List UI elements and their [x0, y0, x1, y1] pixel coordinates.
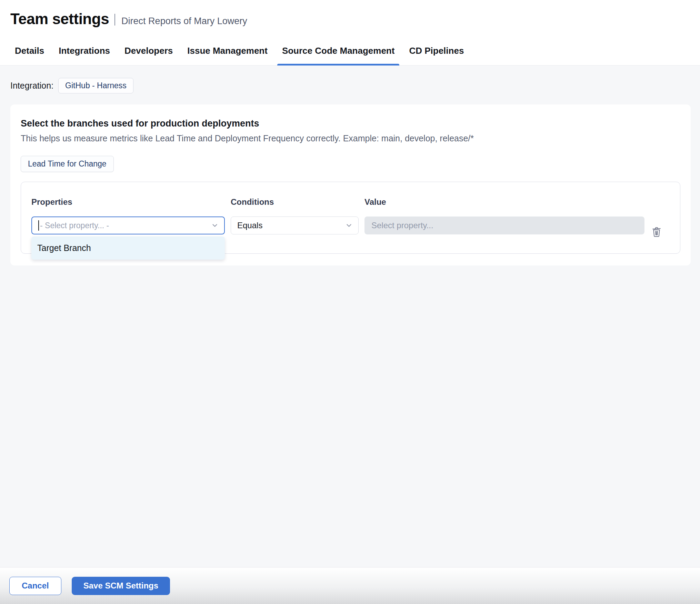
- conditions-column: Conditions Equals: [231, 198, 359, 234]
- integration-chip[interactable]: GitHub - Harness: [58, 78, 133, 93]
- tab-source-code-management[interactable]: Source Code Management: [282, 46, 395, 65]
- card-heading: Select the branches used for production …: [21, 118, 680, 129]
- page-title: Team settings: [10, 10, 109, 28]
- integration-label: Integration:: [10, 81, 53, 91]
- branch-filter-panel: Properties - Select property... - Target…: [21, 182, 680, 254]
- scm-settings-card: Select the branches used for production …: [10, 104, 691, 265]
- value-header: Value: [364, 198, 644, 206]
- card-description: This helps us measure metrics like Lead …: [21, 133, 680, 143]
- page-subtitle: Direct Reports of Mary Lowery: [121, 16, 247, 27]
- value-column: Value: [364, 198, 644, 234]
- properties-header: Properties: [31, 198, 225, 206]
- tab-details[interactable]: Details: [15, 46, 44, 65]
- properties-column: Properties - Select property... - Target…: [31, 198, 225, 234]
- chevron-down-icon: [211, 222, 219, 229]
- condition-select[interactable]: Equals: [231, 217, 359, 234]
- conditions-header: Conditions: [231, 198, 359, 206]
- title-row: Team settings Direct Reports of Mary Low…: [0, 0, 700, 28]
- dropdown-option-target-branch[interactable]: Target Branch: [31, 238, 225, 259]
- condition-selected-value: Equals: [237, 221, 262, 230]
- tab-developers[interactable]: Developers: [124, 46, 173, 65]
- property-dropdown-menu: Target Branch: [31, 236, 225, 260]
- title-divider: [114, 14, 115, 26]
- text-cursor: [38, 220, 39, 231]
- page-header: Team settings Direct Reports of Mary Low…: [0, 0, 700, 66]
- property-select[interactable]: - Select property... -: [31, 217, 225, 234]
- footer-bar: Cancel Save SCM Settings: [0, 567, 700, 604]
- tab-cd-pipelines[interactable]: CD Pipelines: [409, 46, 464, 65]
- tab-issue-management[interactable]: Issue Management: [187, 46, 268, 65]
- property-select-placeholder: - Select property... -: [40, 221, 109, 230]
- row-actions-column: [650, 198, 670, 240]
- trash-icon: [652, 227, 661, 237]
- property-select-wrap: - Select property... - Target Branch: [31, 217, 225, 234]
- filter-columns: Properties - Select property... - Target…: [31, 198, 670, 240]
- delete-row-button[interactable]: [650, 225, 663, 240]
- content-area: Integration: GitHub - Harness Select the…: [0, 66, 700, 567]
- value-input[interactable]: [364, 217, 644, 234]
- cancel-button[interactable]: Cancel: [9, 577, 61, 595]
- chevron-down-icon: [345, 222, 353, 229]
- save-scm-settings-button[interactable]: Save SCM Settings: [72, 577, 170, 595]
- tab-bar: Details Integrations Developers Issue Ma…: [0, 28, 700, 66]
- lead-time-for-change-chip[interactable]: Lead Time for Change: [21, 156, 114, 172]
- tab-integrations[interactable]: Integrations: [59, 46, 110, 65]
- integration-row: Integration: GitHub - Harness: [10, 78, 691, 93]
